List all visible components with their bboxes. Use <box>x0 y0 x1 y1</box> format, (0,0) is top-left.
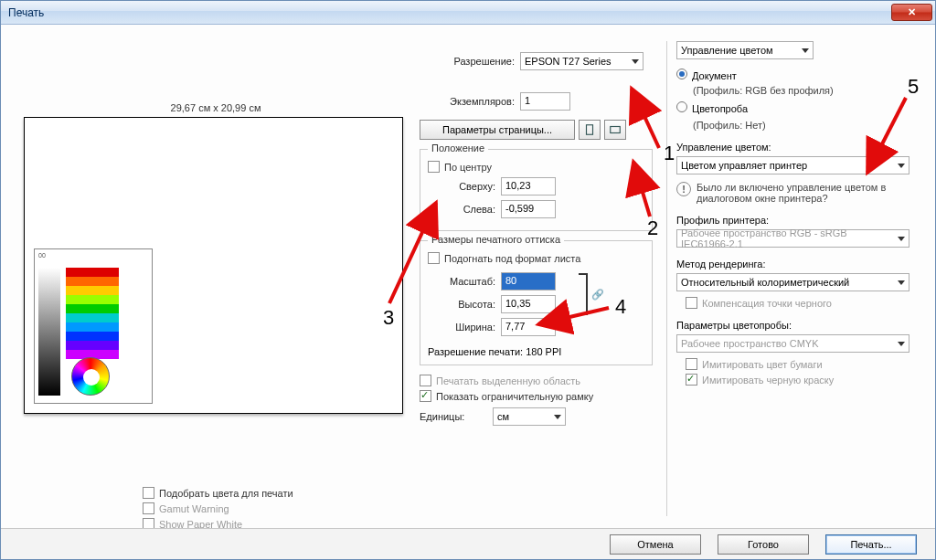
match-colors-checkbox[interactable]: Подобрать цвета для печати <box>143 487 408 499</box>
top-input[interactable]: 10,23 <box>501 177 556 195</box>
landscape-orientation-button[interactable] <box>604 120 626 140</box>
print-button[interactable]: Печать... <box>825 534 917 555</box>
width-input[interactable]: 7,77 <box>501 318 556 336</box>
done-button[interactable]: Готово <box>718 534 809 555</box>
scale-input[interactable]: 80 <box>501 272 556 291</box>
chevron-down-icon <box>898 164 905 168</box>
color-wheel-icon <box>71 357 110 396</box>
print-resolution-readout: Разрешение печати: 180 PPI <box>428 346 644 357</box>
preview-content: 00 <box>34 248 153 404</box>
black-point-checkbox: Компенсация точки черного <box>686 297 918 309</box>
svg-rect-1 <box>611 127 621 133</box>
rendering-intent-select[interactable]: Относительный колориметрический <box>676 273 909 291</box>
top-label: Сверху: <box>428 181 501 192</box>
position-legend: Положение <box>428 143 488 153</box>
print-selection-checkbox: Печатать выделенную область <box>420 375 653 386</box>
color-handling-select[interactable]: Цветом управляет принтер <box>676 156 909 174</box>
center-checkbox[interactable]: По центру <box>428 161 644 173</box>
chevron-down-icon <box>632 59 639 64</box>
annotation-number-4: 4 <box>615 295 626 319</box>
print-size-legend: Размеры печатного оттиска <box>428 234 564 245</box>
color-handling-label: Управление цветом: <box>676 142 918 153</box>
document-profile-text: (Профиль: RGB без профиля) <box>693 85 918 96</box>
rendering-intent-label: Метод рендеринга: <box>676 259 918 269</box>
annotation-number-2: 2 <box>647 217 658 240</box>
chevron-down-icon <box>898 280 905 285</box>
link-bracket-icon <box>579 273 588 315</box>
simulate-paper-checkbox: Имитировать цвет бумаги <box>686 358 918 370</box>
proof-params-label: Параметры цветопробы: <box>676 320 918 331</box>
color-mgmt-mode-select[interactable]: Управление цветом <box>676 41 814 59</box>
close-button[interactable]: ✕ <box>891 4 932 21</box>
printer-profile-select: Рабочее пространство RGB - sRGB IEC61966… <box>676 229 909 248</box>
units-label: Единицы: <box>420 411 493 422</box>
printer-profile-label: Профиль принтера: <box>676 215 918 226</box>
info-text: Было ли включено управление цветом в диа… <box>697 182 898 204</box>
chevron-down-icon <box>802 48 809 53</box>
chevron-down-icon <box>554 415 561 419</box>
chevron-down-icon <box>898 342 905 346</box>
window-title: Печать <box>8 6 44 19</box>
svg-rect-0 <box>587 125 593 135</box>
portrait-icon <box>583 123 596 136</box>
width-label: Ширина: <box>428 322 501 333</box>
dialog-footer: Отмена Готово Печать... <box>1 528 935 559</box>
printer-select[interactable]: EPSON T27 Series <box>520 52 644 70</box>
copies-input[interactable]: 1 <box>520 92 570 111</box>
gamut-warning-checkbox[interactable]: Gamut Warning <box>143 502 408 514</box>
simulate-black-checkbox: Имитировать черную краску <box>686 374 918 386</box>
proof-params-select: Рабочее пространство CMYK <box>676 334 909 353</box>
height-label: Высота: <box>428 299 501 310</box>
proof-radio[interactable]: Цветопроба <box>676 101 918 114</box>
print-preview[interactable]: 00 <box>24 117 403 414</box>
color-swatches-icon <box>66 268 119 359</box>
info-icon: ! <box>676 182 691 196</box>
titlebar: Печать ✕ <box>1 1 935 25</box>
chevron-down-icon <box>898 237 905 241</box>
units-select[interactable]: см <box>493 407 566 426</box>
height-input[interactable]: 10,35 <box>501 295 556 313</box>
scale-label: Масштаб: <box>428 276 501 287</box>
preview-dimensions: 29,67 см x 20,99 см <box>24 102 408 113</box>
print-dialog: Печать ✕ 29,67 см x 20,99 см 00 <box>0 0 936 560</box>
copies-label: Экземпляров: <box>420 96 520 107</box>
annotation-number-5: 5 <box>908 75 919 99</box>
link-icon[interactable]: 🔗 <box>591 289 604 301</box>
portrait-orientation-button[interactable] <box>579 120 601 140</box>
page-setup-button[interactable]: Параметры страницы... <box>420 120 575 140</box>
fit-media-checkbox[interactable]: Подогнать под формат листа <box>428 252 644 264</box>
bounding-box-checkbox[interactable]: Показать ограничительную рамку <box>420 390 653 402</box>
position-group: Положение По центру Сверху: 10,23 Слева:… <box>420 149 653 231</box>
document-radio[interactable]: Документ <box>676 69 918 81</box>
annotation-number-1: 1 <box>664 142 675 165</box>
left-label: Слева: <box>428 204 501 215</box>
resolution-label: Разрешение: <box>420 56 520 67</box>
grayscale-ramp-icon <box>38 268 60 396</box>
cancel-button[interactable]: Отмена <box>610 534 701 555</box>
close-icon: ✕ <box>908 6 916 18</box>
proof-profile-text: (Профиль: Нет) <box>693 120 918 131</box>
landscape-icon <box>609 123 622 136</box>
left-input[interactable]: -0,599 <box>501 200 556 218</box>
annotation-number-3: 3 <box>383 306 394 330</box>
